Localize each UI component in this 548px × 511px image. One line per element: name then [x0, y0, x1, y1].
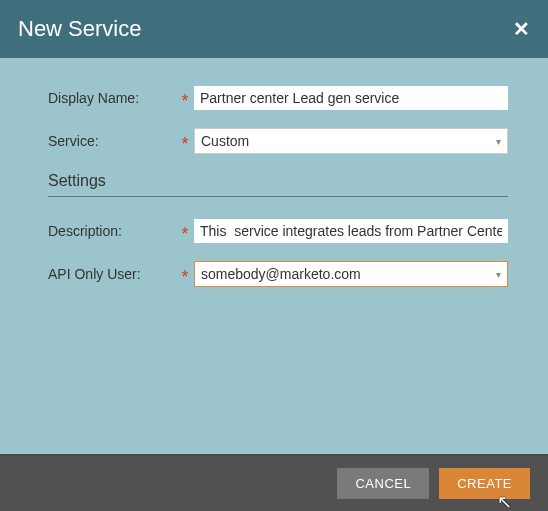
service-select-value: Custom [201, 133, 249, 149]
display-name-input[interactable] [194, 86, 508, 110]
description-row: Description: * [48, 219, 508, 243]
description-label: Description: [48, 223, 176, 239]
dialog-body: Display Name: * Service: * Custom ▾ Sett… [0, 58, 548, 454]
close-icon[interactable]: ✕ [513, 19, 530, 39]
display-name-row: Display Name: * [48, 86, 508, 110]
service-label: Service: [48, 133, 176, 149]
dialog-footer: CANCEL CREATE ↖ [0, 454, 548, 511]
api-only-user-row: API Only User: * somebody@marketo.com ▾ [48, 261, 508, 287]
dialog-title: New Service [18, 16, 141, 42]
settings-heading: Settings [48, 172, 508, 197]
required-mark-icon: * [176, 225, 194, 243]
chevron-down-icon: ▾ [496, 136, 501, 147]
new-service-dialog: New Service ✕ Display Name: * Service: *… [0, 0, 548, 511]
chevron-down-icon: ▾ [496, 269, 501, 280]
create-button[interactable]: CREATE [439, 468, 530, 499]
required-mark-icon: * [176, 135, 194, 153]
description-input[interactable] [194, 219, 508, 243]
service-row: Service: * Custom ▾ [48, 128, 508, 154]
dialog-header: New Service ✕ [0, 0, 548, 58]
required-mark-icon: * [176, 268, 194, 286]
display-name-label: Display Name: [48, 90, 176, 106]
service-select[interactable]: Custom ▾ [194, 128, 508, 154]
api-only-user-label: API Only User: [48, 266, 176, 282]
api-only-user-value: somebody@marketo.com [201, 266, 361, 282]
settings-section: Settings Description: * API Only User: *… [48, 172, 508, 287]
cancel-button[interactable]: CANCEL [337, 468, 429, 499]
required-mark-icon: * [176, 92, 194, 110]
api-only-user-select[interactable]: somebody@marketo.com ▾ [194, 261, 508, 287]
